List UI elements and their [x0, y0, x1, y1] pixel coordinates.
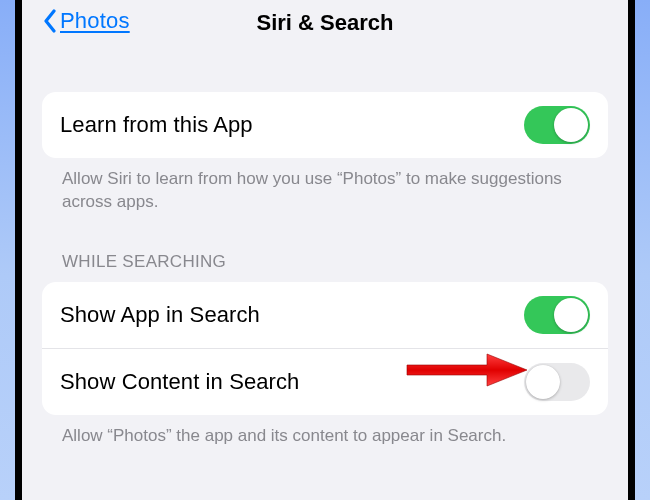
section-header-while-searching: WHILE SEARCHING — [42, 214, 608, 282]
row-label: Show App in Search — [60, 302, 260, 328]
back-button[interactable]: Photos — [42, 8, 130, 34]
settings-screen: Photos Siri & Search Learn from this App… — [22, 0, 628, 500]
row-show-app-in-search[interactable]: Show App in Search — [42, 282, 608, 348]
row-learn-from-app[interactable]: Learn from this App — [42, 92, 608, 158]
settings-group-searching: Show App in Search Show Content in Searc… — [42, 282, 608, 415]
toggle-knob — [554, 108, 588, 142]
back-label: Photos — [60, 8, 130, 34]
content-area: Learn from this App Allow Siri to learn … — [22, 52, 628, 448]
row-show-content-in-search[interactable]: Show Content in Search — [42, 348, 608, 415]
group-footer-learn: Allow Siri to learn from how you use “Ph… — [42, 158, 608, 214]
toggle-knob — [554, 298, 588, 332]
device-frame: Photos Siri & Search Learn from this App… — [15, 0, 635, 500]
row-label: Show Content in Search — [60, 369, 299, 395]
toggle-knob — [526, 365, 560, 399]
chevron-left-icon — [42, 8, 58, 34]
settings-group-learn: Learn from this App — [42, 92, 608, 158]
row-label: Learn from this App — [60, 112, 253, 138]
nav-bar: Photos Siri & Search — [22, 0, 628, 52]
toggle-show-content-in-search[interactable] — [524, 363, 590, 401]
group-footer-searching: Allow “Photos” the app and its content t… — [42, 415, 608, 448]
toggle-learn-from-app[interactable] — [524, 106, 590, 144]
toggle-show-app-in-search[interactable] — [524, 296, 590, 334]
